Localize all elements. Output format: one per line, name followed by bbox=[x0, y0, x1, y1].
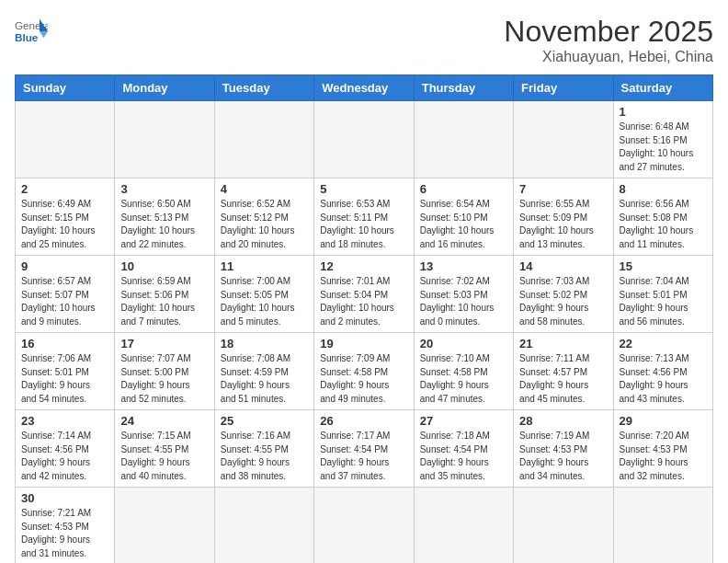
day-number: 20 bbox=[420, 337, 507, 350]
calendar-day-cell: 26Sunrise: 7:17 AM Sunset: 4:54 PM Dayli… bbox=[314, 410, 414, 488]
day-number: 2 bbox=[21, 182, 108, 196]
day-info: Sunrise: 6:48 AM Sunset: 5:16 PM Dayligh… bbox=[620, 121, 707, 174]
day-number: 13 bbox=[420, 259, 507, 273]
day-info: Sunrise: 7:04 AM Sunset: 5:01 PM Dayligh… bbox=[620, 275, 707, 328]
calendar-day-cell: 10Sunrise: 6:59 AM Sunset: 5:06 PM Dayli… bbox=[115, 256, 214, 333]
calendar-day-cell: 3Sunrise: 6:50 AM Sunset: 5:13 PM Daylig… bbox=[115, 178, 214, 256]
day-number: 24 bbox=[120, 414, 208, 428]
day-number: 15 bbox=[620, 259, 707, 273]
day-info: Sunrise: 7:16 AM Sunset: 4:55 PM Dayligh… bbox=[221, 430, 308, 483]
day-info: Sunrise: 7:18 AM Sunset: 4:54 PM Dayligh… bbox=[420, 430, 507, 483]
calendar-day-cell: 25Sunrise: 7:16 AM Sunset: 4:55 PM Dayli… bbox=[214, 410, 313, 488]
weekday-header: Tuesday bbox=[214, 75, 313, 101]
weekday-header: Monday bbox=[115, 75, 214, 101]
calendar-day-cell: 27Sunrise: 7:18 AM Sunset: 4:54 PM Dayli… bbox=[414, 410, 513, 488]
weekday-header: Saturday bbox=[613, 75, 712, 101]
day-number: 28 bbox=[519, 414, 607, 428]
calendar-day-cell: 19Sunrise: 7:09 AM Sunset: 4:58 PM Dayli… bbox=[314, 333, 414, 410]
calendar-day-cell bbox=[414, 101, 513, 178]
day-number: 25 bbox=[221, 414, 308, 428]
day-info: Sunrise: 6:50 AM Sunset: 5:13 PM Dayligh… bbox=[120, 198, 208, 251]
day-number: 21 bbox=[519, 337, 607, 350]
calendar-day-cell: 17Sunrise: 7:07 AM Sunset: 5:00 PM Dayli… bbox=[115, 333, 214, 410]
calendar-day-cell: 28Sunrise: 7:19 AM Sunset: 4:53 PM Dayli… bbox=[514, 410, 613, 488]
calendar-day-cell: 18Sunrise: 7:08 AM Sunset: 4:59 PM Dayli… bbox=[214, 333, 313, 410]
calendar-day-cell: 12Sunrise: 7:01 AM Sunset: 5:04 PM Dayli… bbox=[314, 256, 414, 333]
day-number: 18 bbox=[221, 337, 308, 350]
calendar-day-cell: 6Sunrise: 6:54 AM Sunset: 5:10 PM Daylig… bbox=[414, 178, 513, 256]
calendar-day-cell bbox=[414, 488, 513, 564]
day-number: 6 bbox=[420, 182, 507, 196]
weekday-header: Friday bbox=[514, 75, 613, 101]
calendar-day-cell: 16Sunrise: 7:06 AM Sunset: 5:01 PM Dayli… bbox=[16, 333, 115, 410]
day-info: Sunrise: 7:02 AM Sunset: 5:03 PM Dayligh… bbox=[420, 275, 507, 328]
calendar-day-cell bbox=[115, 488, 214, 564]
day-info: Sunrise: 7:00 AM Sunset: 5:05 PM Dayligh… bbox=[221, 275, 308, 328]
day-number: 26 bbox=[320, 414, 407, 428]
day-number: 12 bbox=[320, 259, 407, 273]
day-info: Sunrise: 7:15 AM Sunset: 4:55 PM Dayligh… bbox=[120, 430, 208, 483]
header: General Blue November 2025 Xiahuayuan, H… bbox=[15, 15, 713, 65]
calendar-day-cell: 7Sunrise: 6:55 AM Sunset: 5:09 PM Daylig… bbox=[514, 178, 613, 256]
day-number: 3 bbox=[120, 182, 208, 196]
calendar-day-cell: 9Sunrise: 6:57 AM Sunset: 5:07 PM Daylig… bbox=[16, 256, 115, 333]
calendar: SundayMondayTuesdayWednesdayThursdayFrid… bbox=[15, 75, 713, 563]
location-title: Xiahuayuan, Hebei, China bbox=[504, 49, 713, 65]
day-info: Sunrise: 7:01 AM Sunset: 5:04 PM Dayligh… bbox=[320, 275, 407, 328]
calendar-day-cell: 30Sunrise: 7:21 AM Sunset: 4:53 PM Dayli… bbox=[16, 488, 115, 564]
title-area: November 2025 Xiahuayuan, Hebei, China bbox=[504, 15, 713, 65]
day-info: Sunrise: 6:55 AM Sunset: 5:09 PM Dayligh… bbox=[519, 198, 607, 251]
calendar-day-cell: 8Sunrise: 6:56 AM Sunset: 5:08 PM Daylig… bbox=[613, 178, 712, 256]
calendar-day-cell: 15Sunrise: 7:04 AM Sunset: 5:01 PM Dayli… bbox=[613, 256, 712, 333]
day-info: Sunrise: 7:09 AM Sunset: 4:58 PM Dayligh… bbox=[320, 352, 407, 406]
calendar-week-row: 2Sunrise: 6:49 AM Sunset: 5:15 PM Daylig… bbox=[16, 178, 713, 256]
day-number: 19 bbox=[320, 337, 407, 350]
day-info: Sunrise: 6:53 AM Sunset: 5:11 PM Dayligh… bbox=[320, 198, 407, 251]
calendar-week-row: 23Sunrise: 7:14 AM Sunset: 4:56 PM Dayli… bbox=[16, 410, 713, 488]
day-number: 9 bbox=[21, 259, 108, 273]
day-info: Sunrise: 7:06 AM Sunset: 5:01 PM Dayligh… bbox=[21, 352, 108, 406]
calendar-day-cell bbox=[214, 488, 313, 564]
calendar-day-cell bbox=[314, 488, 414, 564]
day-number: 29 bbox=[620, 414, 707, 428]
day-info: Sunrise: 6:52 AM Sunset: 5:12 PM Dayligh… bbox=[221, 198, 308, 251]
day-info: Sunrise: 7:17 AM Sunset: 4:54 PM Dayligh… bbox=[320, 430, 407, 483]
day-number: 16 bbox=[21, 337, 108, 350]
calendar-day-cell: 11Sunrise: 7:00 AM Sunset: 5:05 PM Dayli… bbox=[214, 256, 313, 333]
calendar-day-cell: 21Sunrise: 7:11 AM Sunset: 4:57 PM Dayli… bbox=[514, 333, 613, 410]
month-title: November 2025 bbox=[504, 15, 713, 49]
calendar-day-cell: 22Sunrise: 7:13 AM Sunset: 4:56 PM Dayli… bbox=[613, 333, 712, 410]
svg-marker-3 bbox=[40, 31, 48, 38]
day-info: Sunrise: 6:56 AM Sunset: 5:08 PM Dayligh… bbox=[620, 198, 707, 251]
calendar-week-row: 1Sunrise: 6:48 AM Sunset: 5:16 PM Daylig… bbox=[16, 101, 713, 178]
calendar-week-row: 9Sunrise: 6:57 AM Sunset: 5:07 PM Daylig… bbox=[16, 256, 713, 333]
day-info: Sunrise: 7:07 AM Sunset: 5:00 PM Dayligh… bbox=[120, 352, 208, 406]
calendar-day-cell bbox=[314, 101, 414, 178]
day-info: Sunrise: 7:03 AM Sunset: 5:02 PM Dayligh… bbox=[519, 275, 607, 328]
calendar-day-cell: 14Sunrise: 7:03 AM Sunset: 5:02 PM Dayli… bbox=[514, 256, 613, 333]
day-info: Sunrise: 6:54 AM Sunset: 5:10 PM Dayligh… bbox=[420, 198, 507, 251]
calendar-day-cell: 23Sunrise: 7:14 AM Sunset: 4:56 PM Dayli… bbox=[16, 410, 115, 488]
day-info: Sunrise: 7:10 AM Sunset: 4:58 PM Dayligh… bbox=[420, 352, 507, 406]
day-number: 7 bbox=[519, 182, 607, 196]
calendar-day-cell bbox=[16, 101, 115, 178]
calendar-week-row: 30Sunrise: 7:21 AM Sunset: 4:53 PM Dayli… bbox=[16, 488, 713, 564]
logo: General Blue bbox=[15, 15, 48, 48]
day-number: 8 bbox=[620, 182, 707, 196]
calendar-week-row: 16Sunrise: 7:06 AM Sunset: 5:01 PM Dayli… bbox=[16, 333, 713, 410]
day-info: Sunrise: 7:21 AM Sunset: 4:53 PM Dayligh… bbox=[21, 507, 108, 560]
day-number: 10 bbox=[120, 259, 208, 273]
day-info: Sunrise: 6:59 AM Sunset: 5:06 PM Dayligh… bbox=[120, 275, 208, 328]
day-number: 11 bbox=[221, 259, 308, 273]
day-number: 30 bbox=[21, 491, 108, 505]
calendar-day-cell: 13Sunrise: 7:02 AM Sunset: 5:03 PM Dayli… bbox=[414, 256, 513, 333]
calendar-day-cell: 4Sunrise: 6:52 AM Sunset: 5:12 PM Daylig… bbox=[214, 178, 313, 256]
day-info: Sunrise: 7:11 AM Sunset: 4:57 PM Dayligh… bbox=[519, 352, 607, 406]
weekday-header: Wednesday bbox=[314, 75, 414, 101]
calendar-day-cell: 2Sunrise: 6:49 AM Sunset: 5:15 PM Daylig… bbox=[16, 178, 115, 256]
calendar-day-cell: 5Sunrise: 6:53 AM Sunset: 5:11 PM Daylig… bbox=[314, 178, 414, 256]
day-number: 4 bbox=[221, 182, 308, 196]
weekday-header: Sunday bbox=[16, 75, 115, 101]
weekday-header: Thursday bbox=[414, 75, 513, 101]
day-number: 17 bbox=[120, 337, 208, 350]
